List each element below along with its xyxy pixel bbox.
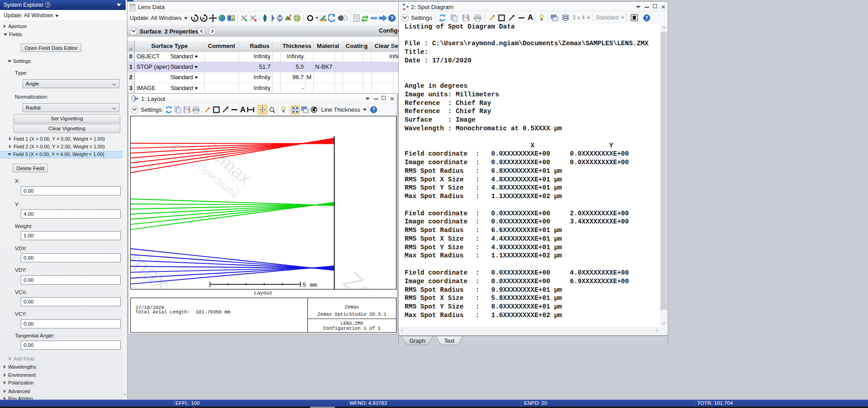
svg-text:1: 1 xyxy=(193,16,196,21)
svg-text:?: ? xyxy=(373,107,375,112)
svg-text:Text: Text xyxy=(444,338,455,344)
svg-text:5 mm: 5 mm xyxy=(302,282,317,289)
svg-text:?: ? xyxy=(645,15,648,20)
svg-text:?: ? xyxy=(390,15,393,21)
svg-text:Total Axial Length: 101.70358: Total Axial Length: 101.70358 mm xyxy=(135,309,230,315)
svg-text:A: A xyxy=(202,16,205,21)
svg-text:Layout: Layout xyxy=(254,290,272,296)
svg-text:LENS.ZMX: LENS.ZMX xyxy=(340,321,364,326)
svg-text:Graph: Graph xyxy=(410,338,425,344)
svg-text:Configuration 1 of 1: Configuration 1 of 1 xyxy=(323,326,380,331)
svg-text:Zemax OpticStudio 20.3.1: Zemax OpticStudio 20.3.1 xyxy=(317,312,387,317)
svg-text:Zemax: Zemax xyxy=(344,304,359,310)
